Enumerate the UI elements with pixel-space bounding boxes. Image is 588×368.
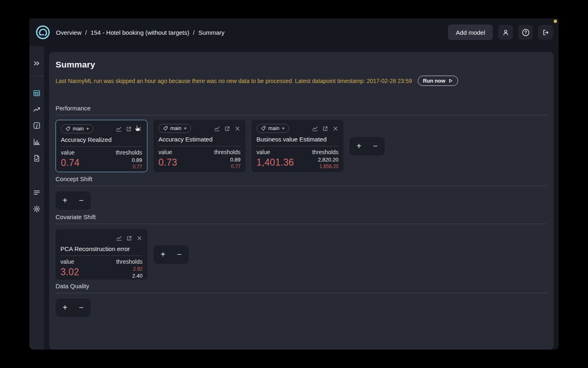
- threshold-lower: 0.77: [116, 164, 142, 170]
- tag-pill[interactable]: main +: [256, 124, 289, 133]
- card-actions: [116, 126, 142, 132]
- remove-card-button[interactable]: [332, 126, 339, 132]
- card-divider: [60, 256, 143, 256]
- view-chart-button[interactable]: [116, 126, 122, 132]
- line-chart-icon: [312, 126, 318, 132]
- performance-cards-row: main + Accuracy Realized value 0.74: [56, 120, 547, 172]
- sidebar-item-reports[interactable]: [33, 155, 40, 162]
- threshold-lower: 0.77: [214, 164, 241, 169]
- user-profile-button[interactable]: [498, 25, 513, 40]
- card-header: main +: [256, 123, 339, 133]
- run-now-button[interactable]: Run now: [418, 76, 458, 86]
- add-metric-button[interactable]: +: [351, 137, 367, 155]
- card-actions: [214, 126, 241, 132]
- breadcrumb-separator: /: [193, 29, 194, 36]
- open-external-button[interactable]: [126, 126, 132, 132]
- thresholds-column: thresholds 0.89 0.77: [214, 149, 241, 169]
- value-column: value 0.73: [158, 149, 177, 169]
- sidebar: f: [29, 46, 44, 350]
- sidebar-item-logs[interactable]: [33, 189, 40, 196]
- chevrons-right-icon: [33, 60, 40, 67]
- sidebar-collapse-button[interactable]: [33, 60, 40, 67]
- open-external-button[interactable]: [322, 126, 328, 132]
- line-chart-icon: [116, 126, 122, 132]
- thresholds-column: thresholds 2,820.20 1,656.20: [312, 149, 339, 169]
- close-icon: [332, 126, 339, 132]
- tag-label: main: [268, 126, 279, 131]
- card-body: value 0.74 thresholds 0.89 0.77: [61, 149, 142, 170]
- thresholds-column: thresholds 0.89 0.77: [116, 149, 142, 170]
- remove-card-button[interactable]: [136, 126, 142, 132]
- metric-card-pca-reconstruction[interactable]: PCA Reconstruction error value 3.02 thre…: [56, 229, 147, 280]
- breadcrumb-summary[interactable]: Summary: [198, 29, 225, 36]
- thresholds-column: thresholds 2.92 2.40: [116, 258, 143, 279]
- metric-card-business-value[interactable]: main + Business value Estimated value 1,…: [252, 120, 343, 172]
- main-panel: Summary Last NannyML run was skipped an …: [49, 52, 554, 350]
- remove-card-button[interactable]: [234, 126, 241, 132]
- breadcrumb-model[interactable]: 154 - Hotel booking (without targets): [91, 29, 189, 36]
- play-icon: [448, 79, 453, 83]
- metric-card-accuracy-realized[interactable]: main + Accuracy Realized value 0.74: [56, 120, 147, 172]
- section-header-data-quality: Data Quality: [56, 283, 547, 293]
- logout-button[interactable]: [538, 25, 553, 40]
- banner-message: Last NannyML run was skipped an hour ago…: [56, 78, 412, 84]
- sidebar-item-performance[interactable]: [33, 106, 40, 113]
- metric-value: 3.02: [60, 267, 79, 278]
- card-divider: [256, 146, 339, 146]
- remove-metric-button[interactable]: −: [73, 298, 89, 317]
- breadcrumb: Overview / 154 - Hotel booking (without …: [56, 29, 225, 36]
- close-icon: [234, 126, 241, 132]
- concept-add-remove-group: + −: [56, 191, 91, 210]
- remove-metric-button[interactable]: −: [73, 191, 89, 210]
- add-metric-button[interactable]: +: [57, 298, 73, 317]
- tag-icon: [65, 126, 70, 131]
- remove-metric-button[interactable]: −: [171, 245, 187, 264]
- value-label: value: [60, 258, 79, 265]
- sidebar-item-settings[interactable]: [33, 205, 40, 213]
- help-icon: ?: [522, 29, 530, 36]
- tag-icon: [163, 126, 168, 131]
- section-header-covariate-shift: Covariate Shift: [56, 213, 547, 224]
- add-model-button[interactable]: Add model: [448, 25, 493, 40]
- bar-chart-icon: [33, 138, 40, 146]
- function-icon: f: [33, 122, 40, 129]
- performance-add-remove-group: + −: [350, 137, 385, 155]
- metric-card-accuracy-estimated[interactable]: main + Accuracy Estimated value 0.73: [154, 120, 245, 172]
- external-link-icon: [126, 126, 132, 132]
- help-button[interactable]: ?: [518, 25, 533, 40]
- sidebar-item-dashboard[interactable]: [33, 90, 40, 97]
- value-column: value 1,401.36: [256, 149, 294, 169]
- tag-add: +: [184, 126, 187, 131]
- tag-pill[interactable]: main +: [158, 124, 191, 133]
- card-divider: [61, 146, 142, 147]
- metric-value: 0.73: [158, 157, 177, 168]
- concept-shift-row: + −: [56, 191, 547, 210]
- add-metric-button[interactable]: +: [57, 191, 73, 210]
- card-actions: [312, 126, 339, 132]
- card-divider: [158, 146, 241, 146]
- logout-icon: [542, 29, 549, 36]
- sidebar-item-functions[interactable]: f: [33, 122, 40, 129]
- tag-pill[interactable]: main +: [61, 124, 94, 133]
- threshold-lower: 1,656.20: [312, 164, 339, 169]
- metric-title: PCA Reconstruction error: [60, 245, 143, 254]
- run-now-label: Run now: [423, 78, 445, 84]
- breadcrumb-separator: /: [85, 29, 87, 36]
- breadcrumb-overview[interactable]: Overview: [56, 29, 82, 36]
- remove-metric-button[interactable]: −: [367, 137, 383, 155]
- list-lines-icon: [33, 189, 40, 196]
- covariate-cards-row: PCA Reconstruction error value 3.02 thre…: [56, 229, 547, 280]
- view-chart-button[interactable]: [312, 126, 318, 132]
- card-actions: [116, 235, 143, 241]
- value-column: value 3.02: [60, 258, 79, 279]
- card-body: value 3.02 thresholds 2.92 2.40: [60, 258, 143, 279]
- open-external-button[interactable]: [224, 126, 230, 132]
- card-header: main +: [158, 123, 241, 133]
- open-external-button[interactable]: [126, 235, 132, 241]
- view-chart-button[interactable]: [214, 126, 220, 132]
- remove-card-button[interactable]: [136, 235, 143, 241]
- view-chart-button[interactable]: [116, 235, 122, 241]
- user-icon: [502, 29, 509, 36]
- add-metric-button[interactable]: +: [155, 245, 171, 264]
- sidebar-item-analytics[interactable]: [33, 138, 40, 146]
